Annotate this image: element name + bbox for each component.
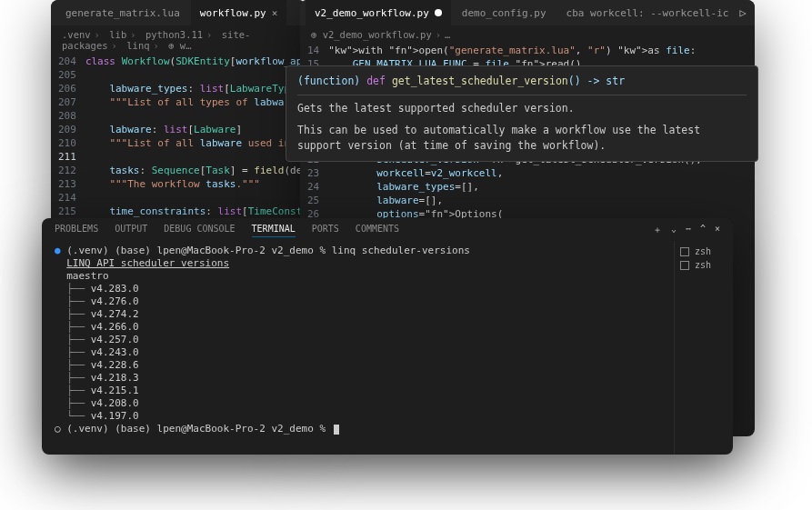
terminal-side-list: zsh zsh: [674, 241, 733, 455]
version-item: └── v4.197.0: [55, 410, 661, 423]
dirty-dot-icon: [435, 9, 442, 16]
new-terminal-icon[interactable]: ＋: [653, 224, 662, 237]
terminal-panel: PROBLEMS OUTPUT DEBUG CONSOLE TERMINAL P…: [42, 218, 733, 455]
version-item: ├── v4.266.0: [55, 321, 661, 334]
run-icon[interactable]: ▷: [739, 6, 746, 19]
panel-tab-ports[interactable]: PORTS: [312, 224, 339, 237]
prompt-bullet-icon: ○: [55, 423, 61, 435]
terminal-cursor: [334, 425, 339, 435]
tab-label: workflow.py: [200, 7, 266, 19]
terminal-icon: [680, 247, 689, 256]
panel-tab-terminal[interactable]: TERMINAL: [252, 224, 296, 237]
version-item: ├── v4.243.0: [55, 346, 661, 359]
terminal-instance[interactable]: zsh: [680, 260, 727, 270]
version-item: ├── v4.208.0: [55, 397, 661, 410]
terminal-output[interactable]: ● (.venv) (base) lpen@MacBook-Pro-2 v2_d…: [42, 241, 674, 455]
breadcrumb-right[interactable]: ⊕ v2_demo_workflow.py›…: [300, 25, 755, 44]
tab-workflow-py[interactable]: workflow.py ×: [191, 0, 286, 25]
tab-cba-workcell[interactable]: cba workcell: --workcell-ic: [557, 0, 738, 25]
more-icon[interactable]: ⋯: [686, 224, 691, 237]
panel-tab-bar: PROBLEMS OUTPUT DEBUG CONSOLE TERMINAL P…: [42, 218, 733, 241]
version-item: ├── v4.215.1: [55, 385, 661, 397]
tab-label: generate_matrix.lua: [65, 7, 180, 19]
version-item: ├── v4.276.0: [55, 295, 661, 308]
version-item: ├── v4.228.6: [55, 359, 661, 372]
panel-tab-problems[interactable]: PROBLEMS: [55, 224, 98, 237]
terminal-instance[interactable]: zsh: [680, 246, 727, 256]
tab-generate-matrix[interactable]: generate_matrix.lua: [56, 0, 189, 25]
tab-bar-left: generate_matrix.lua workflow.py ×: [51, 0, 306, 25]
terminal-icon: [680, 261, 689, 270]
breadcrumb-left[interactable]: .venv› lib› python3.11› site-packages› l…: [51, 25, 306, 55]
hover-doc-line: Gets the latest supported scheduler vers…: [297, 101, 747, 116]
prompt-bullet-icon: ●: [55, 245, 61, 256]
close-icon[interactable]: ×: [715, 224, 720, 237]
panel-tab-output[interactable]: OUTPUT: [115, 224, 147, 237]
maximize-icon[interactable]: ^: [700, 224, 706, 237]
version-item: ├── v4.274.2: [55, 308, 661, 321]
tab-label: cba workcell: --workcell-ic: [566, 7, 729, 19]
hover-doc-line: This can be used to automatically make a…: [297, 123, 747, 155]
version-item: ├── v4.283.0: [55, 283, 661, 295]
version-item: ├── v4.257.0: [55, 334, 661, 346]
tab-demo-config[interactable]: demo_config.py: [453, 0, 556, 25]
tab-label: demo_config.py: [462, 7, 546, 19]
terminal-header: LINQ API scheduler versions: [66, 257, 229, 269]
panel-tab-comments[interactable]: COMMENTS: [356, 224, 399, 237]
tab-bar-right: v2_demo_workflow.py demo_config.py cba w…: [300, 0, 755, 25]
panel-tab-debug-console[interactable]: DEBUG CONSOLE: [164, 224, 235, 237]
close-icon[interactable]: ×: [272, 7, 278, 19]
tab-label: v2_demo_workflow.py: [315, 7, 429, 19]
chevron-down-icon[interactable]: ⌄: [671, 224, 677, 237]
hover-signature: (function) def get_latest_scheduler_vers…: [297, 74, 747, 89]
intellisense-hover: (function) def get_latest_scheduler_vers…: [286, 65, 758, 162]
tab-v2-demo-workflow[interactable]: v2_demo_workflow.py: [306, 0, 451, 25]
version-item: ├── v4.218.3: [55, 372, 661, 385]
